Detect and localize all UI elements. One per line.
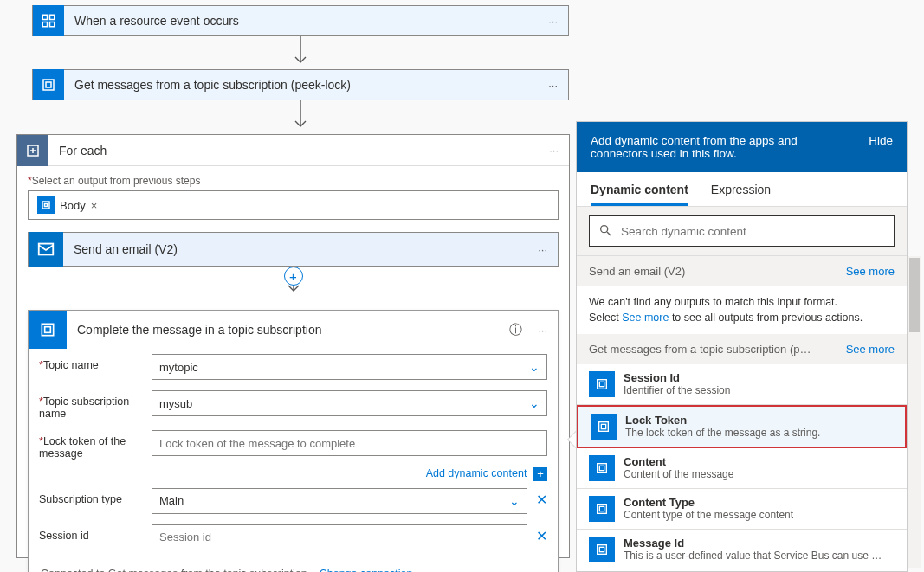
svg-rect-17 xyxy=(598,380,607,389)
tab-expression[interactable]: Expression xyxy=(711,183,771,206)
chevron-down-icon: ⌄ xyxy=(529,396,540,410)
trigger-more-button[interactable]: ··· xyxy=(538,15,568,28)
complete-message-header[interactable]: Complete the message in a topic subscrip… xyxy=(29,311,558,349)
svg-rect-13 xyxy=(42,324,53,335)
svg-line-16 xyxy=(607,232,611,235)
search-input[interactable] xyxy=(619,224,885,239)
add-dynamic-content-button[interactable]: + xyxy=(533,467,547,481)
trigger-title: When a resource event occurs xyxy=(64,14,538,28)
output-token-input[interactable]: Body × xyxy=(28,190,559,220)
arrow-connector xyxy=(292,100,309,135)
dynamic-content-panel: Add dynamic content from the apps and co… xyxy=(576,121,908,572)
dynamic-item-lock-token[interactable]: Lock Token The lock token of the message… xyxy=(577,405,907,448)
svg-rect-24 xyxy=(599,506,604,511)
panel-scrollbar-thumb[interactable] xyxy=(909,258,920,332)
get-messages-more-button[interactable]: ··· xyxy=(538,79,568,92)
change-connection-link[interactable]: Change connection. xyxy=(320,568,416,572)
output-label: *Select an output from previous steps xyxy=(28,175,569,187)
dynamic-item-session-id[interactable]: Session Id Identifier of the session xyxy=(577,364,907,405)
svg-rect-5 xyxy=(43,80,54,90)
send-email-title: Send an email (V2) xyxy=(63,242,527,256)
servicebus-icon xyxy=(589,455,615,481)
search-icon xyxy=(598,223,612,240)
for-each-container: For each ··· *Select an output from prev… xyxy=(16,134,570,558)
see-more-link[interactable]: See more xyxy=(846,343,895,356)
trigger-card[interactable]: When a resource event occurs ··· xyxy=(32,5,569,36)
topic-name-select[interactable]: mytopic ⌄ xyxy=(152,354,547,380)
svg-rect-23 xyxy=(598,505,607,514)
group-header-get-messages: Get messages from a topic subscription (… xyxy=(577,334,907,364)
chevron-down-icon: ⌄ xyxy=(509,494,520,508)
lock-token-label: *Lock token of the message xyxy=(39,430,152,460)
for-each-more-button[interactable]: ··· xyxy=(539,144,569,157)
subscription-type-select[interactable]: Main ⌄ xyxy=(152,488,527,514)
complete-message-card: Complete the message in a topic subscrip… xyxy=(28,310,559,572)
search-box[interactable] xyxy=(589,215,895,247)
svg-rect-6 xyxy=(46,82,51,87)
send-email-more-button[interactable]: ··· xyxy=(527,243,558,256)
svg-point-15 xyxy=(601,225,608,232)
servicebus-icon xyxy=(29,311,67,349)
subscription-type-label: Subscription type xyxy=(39,488,152,505)
chevron-down-icon: ⌄ xyxy=(529,360,540,374)
subscription-name-select[interactable]: mysub ⌄ xyxy=(152,390,547,416)
servicebus-icon xyxy=(589,371,615,397)
svg-rect-19 xyxy=(599,422,609,432)
svg-rect-22 xyxy=(599,466,604,470)
subscription-name-label: *Topic subscription name xyxy=(39,390,152,420)
see-more-inline-link[interactable]: See more xyxy=(622,312,669,324)
svg-rect-21 xyxy=(598,464,607,473)
clear-session-id-button[interactable]: ✕ xyxy=(536,524,547,550)
panel-scroll-area: Send an email (V2) See more We can't fin… xyxy=(577,256,907,568)
servicebus-icon xyxy=(589,537,615,562)
topic-name-label: *Topic name xyxy=(39,354,152,371)
chip-label: Body xyxy=(60,199,86,212)
send-email-card[interactable]: Send an email (V2) ··· xyxy=(28,232,559,267)
svg-rect-25 xyxy=(598,545,607,555)
servicebus-icon xyxy=(33,69,64,100)
complete-message-title: Complete the message in a topic subscrip… xyxy=(67,323,504,337)
eventgrid-icon xyxy=(33,5,64,36)
svg-rect-20 xyxy=(601,424,605,428)
svg-rect-18 xyxy=(599,382,604,386)
panel-tabs: Dynamic content Expression xyxy=(577,172,907,206)
svg-rect-0 xyxy=(42,15,47,19)
svg-rect-10 xyxy=(45,204,48,207)
info-icon[interactable]: ⓘ xyxy=(504,322,527,338)
loop-icon xyxy=(17,135,48,166)
session-id-label: Session id xyxy=(39,524,152,542)
servicebus-icon xyxy=(589,496,615,522)
body-token-chip[interactable]: Body × xyxy=(34,195,100,215)
clear-subscription-type-button[interactable]: ✕ xyxy=(536,488,547,514)
tab-dynamic-content[interactable]: Dynamic content xyxy=(591,183,688,206)
connection-info: Connected to Get messages from the topic… xyxy=(29,556,558,572)
servicebus-icon xyxy=(591,414,617,440)
svg-rect-3 xyxy=(50,22,55,27)
insert-step-button[interactable]: + xyxy=(284,267,303,286)
get-messages-title: Get messages from a topic subscription (… xyxy=(64,78,538,92)
complete-more-button[interactable]: ··· xyxy=(527,324,558,337)
add-dynamic-content-link[interactable]: Add dynamic content xyxy=(426,467,527,479)
get-messages-card[interactable]: Get messages from a topic subscription (… xyxy=(32,69,569,100)
svg-rect-14 xyxy=(45,327,51,333)
dynamic-item-message-id[interactable]: Message Id This is a user-defined value … xyxy=(577,530,907,568)
for-each-header[interactable]: For each ··· xyxy=(17,135,569,166)
arrow-connector xyxy=(292,36,309,71)
svg-rect-1 xyxy=(50,15,55,19)
svg-rect-9 xyxy=(42,202,49,209)
chip-remove-button[interactable]: × xyxy=(91,199,98,212)
group-header-send-email: Send an email (V2) See more xyxy=(577,256,907,286)
servicebus-icon xyxy=(37,196,55,214)
session-id-input[interactable] xyxy=(152,524,527,550)
dynamic-item-content[interactable]: Content Content of the message xyxy=(577,448,907,489)
see-more-link[interactable]: See more xyxy=(846,265,895,278)
svg-rect-2 xyxy=(42,22,47,27)
panel-scrollbar-track[interactable] xyxy=(908,256,921,568)
panel-header: Add dynamic content from the apps and co… xyxy=(577,122,907,172)
svg-rect-26 xyxy=(599,547,604,551)
no-outputs-note: We can't find any outputs to match this … xyxy=(577,286,907,334)
dynamic-item-content-type[interactable]: Content Type Content type of the message… xyxy=(577,489,907,530)
outlook-icon xyxy=(29,232,63,267)
hide-panel-button[interactable]: Hide xyxy=(869,134,893,160)
lock-token-input[interactable] xyxy=(152,430,547,456)
